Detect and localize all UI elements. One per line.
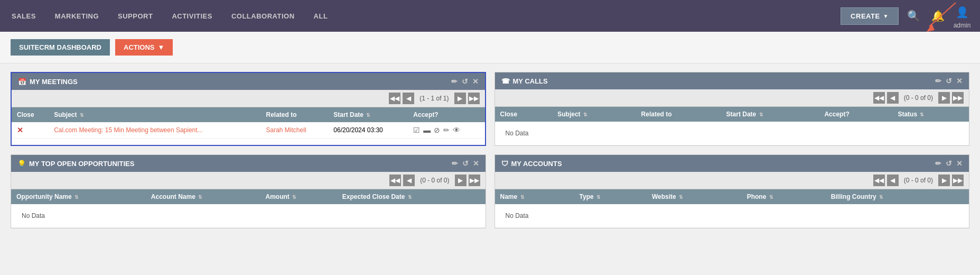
accounts-close-icon[interactable]: ✕ (956, 159, 963, 168)
opp-col-account[interactable]: Account Name ⇅ (146, 189, 260, 204)
calls-last-page-btn[interactable]: ▶▶ (952, 92, 964, 104)
calls-first-page-btn[interactable]: ◀◀ (873, 92, 885, 104)
user-avatar-icon[interactable]: 👤 (953, 3, 972, 22)
calls-pagination-bar: ◀◀ ◀ (0 - 0 of 0) ▶ ▶▶ (495, 89, 969, 107)
meeting-related-link[interactable]: Sarah Mitchell (266, 126, 306, 134)
calls-close-icon[interactable]: ✕ (956, 77, 963, 85)
meetings-first-page-btn[interactable]: ◀◀ (389, 93, 400, 104)
nav-activities[interactable]: ACTIVITIES (169, 8, 216, 24)
dashboard-tab[interactable]: SUITECRM DASHBOARD (11, 39, 110, 56)
meetings-col-related[interactable]: Related to (261, 107, 329, 122)
meetings-prev-page-btn[interactable]: ◀ (403, 93, 414, 104)
actions-arrow: ▼ (158, 43, 165, 51)
meeting-accept-icons: ☑ ▬ ⊘ ✏ 👁 (413, 126, 479, 134)
widget-my-opportunities: 💡 MY TOP OPEN OPPORTUNITIES ✏ ↺ ✕ ◀◀ ◀ (… (11, 154, 486, 228)
meetings-close-icon[interactable]: ✕ (472, 77, 479, 86)
accounts-next-page-btn[interactable]: ▶ (938, 175, 950, 186)
nav-right: CREATE ▼ 🔍 🔔 👤 admin (841, 3, 972, 29)
opportunities-prev-page-btn[interactable]: ◀ (403, 175, 415, 186)
nav-collaboration[interactable]: COLLABORATION (228, 8, 298, 24)
acc-col-phone[interactable]: Phone ⇅ (742, 189, 826, 204)
opportunities-next-page-btn[interactable]: ▶ (455, 175, 466, 186)
calls-col-related: Related to (636, 107, 721, 122)
dashboard-content: 📅 MY MEETINGS ✏ ↺ ✕ ◀◀ ◀ (1 - 1 of 1) ▶ … (0, 63, 980, 237)
calls-refresh-icon[interactable]: ↺ (946, 77, 952, 85)
meeting-row-related: Sarah Mitchell (261, 122, 329, 139)
opportunities-last-page-btn[interactable]: ▶▶ (469, 175, 480, 186)
calls-phone-icon: ☎ (501, 77, 510, 85)
nav-marketing[interactable]: MARKETING (52, 8, 102, 24)
accounts-shield-icon: 🛡 (501, 160, 508, 168)
accounts-first-page-btn[interactable]: ◀◀ (873, 175, 885, 186)
widget-my-opportunities-header: 💡 MY TOP OPEN OPPORTUNITIES ✏ ↺ ✕ (11, 155, 486, 172)
notifications-icon[interactable]: 🔔 (928, 6, 947, 25)
top-nav: SALES MARKETING SUPPORT ACTIVITIES COLLA… (0, 0, 980, 32)
widget-my-opportunities-title-area: 💡 MY TOP OPEN OPPORTUNITIES (17, 160, 447, 168)
accounts-prev-page-btn[interactable]: ◀ (887, 175, 899, 186)
meetings-next-page-btn[interactable]: ▶ (454, 93, 466, 104)
accounts-no-data: No Data (495, 204, 969, 228)
opportunities-no-data: No Data (11, 204, 486, 228)
accept-check-icon[interactable]: ☑ (413, 126, 420, 134)
opp-col-name[interactable]: Opportunity Name ⇅ (11, 189, 146, 204)
accept-minus-icon[interactable]: ▬ (423, 126, 431, 134)
accounts-refresh-icon[interactable]: ↺ (946, 159, 952, 168)
accounts-header-actions: ✏ ↺ ✕ (935, 159, 963, 168)
meetings-header-actions: ✏ ↺ ✕ (451, 77, 479, 86)
accounts-title: MY ACCOUNTS (511, 160, 562, 168)
calls-title: MY CALLS (513, 77, 548, 85)
meeting-view-icon[interactable]: 👁 (453, 126, 460, 134)
nav-all[interactable]: ALL (311, 8, 331, 24)
widget-my-meetings-title-area: 📅 MY MEETINGS (18, 78, 447, 86)
acc-col-website[interactable]: Website ⇅ (647, 189, 742, 204)
acc-col-type[interactable]: Type ⇅ (574, 189, 647, 204)
accounts-edit-icon[interactable]: ✏ (935, 159, 941, 168)
accounts-table: Name ⇅ Type ⇅ Website ⇅ Phone ⇅ Billing … (495, 189, 969, 228)
accounts-last-page-btn[interactable]: ▶▶ (952, 175, 964, 186)
widget-my-meetings-header: 📅 MY MEETINGS ✏ ↺ ✕ (12, 73, 485, 90)
meetings-col-startdate[interactable]: Start Date ⇅ (328, 107, 408, 122)
meetings-title: MY MEETINGS (30, 78, 78, 86)
actions-label: ACTIONS (124, 43, 155, 51)
meetings-col-subject[interactable]: Subject ⇅ (49, 107, 260, 122)
calls-col-accept: Accept? (819, 107, 892, 122)
acc-col-billing[interactable]: Billing Country ⇅ (826, 189, 969, 204)
meeting-subject-link[interactable]: Cal.com Meeting: 15 Min Meeting between … (54, 126, 202, 134)
calls-prev-page-btn[interactable]: ◀ (887, 92, 899, 104)
meetings-col-close: Close (12, 107, 49, 122)
nav-sales[interactable]: SALES (8, 8, 39, 24)
create-button[interactable]: CREATE ▼ (841, 7, 899, 25)
opportunities-edit-icon[interactable]: ✏ (452, 159, 458, 168)
table-row: No Data (11, 204, 486, 228)
opportunities-first-page-btn[interactable]: ◀◀ (389, 175, 401, 186)
widget-my-meetings: 📅 MY MEETINGS ✏ ↺ ✕ ◀◀ ◀ (1 - 1 of 1) ▶ … (11, 72, 486, 146)
accept-cancel-icon[interactable]: ⊘ (434, 126, 440, 134)
meetings-calendar-icon: 📅 (18, 78, 26, 86)
table-row: No Data (495, 204, 969, 228)
actions-button[interactable]: ACTIONS ▼ (115, 39, 173, 56)
calls-col-startdate[interactable]: Start Date ⇅ (721, 107, 819, 122)
calls-col-subject[interactable]: Subject ⇅ (552, 107, 636, 122)
calls-col-status[interactable]: Status ⇅ (892, 107, 969, 122)
nav-support[interactable]: SUPPORT (115, 8, 156, 24)
meetings-pagination-bar: ◀◀ ◀ (1 - 1 of 1) ▶ ▶▶ (12, 90, 485, 107)
meeting-edit-row-icon[interactable]: ✏ (443, 126, 450, 134)
opportunities-header-actions: ✏ ↺ ✕ (452, 159, 479, 168)
admin-label: admin (954, 22, 971, 29)
opportunities-table: Opportunity Name ⇅ Account Name ⇅ Amount… (11, 189, 486, 228)
search-icon[interactable]: 🔍 (904, 6, 923, 25)
meetings-edit-icon[interactable]: ✏ (451, 77, 458, 86)
meeting-row-subject: Cal.com Meeting: 15 Min Meeting between … (49, 122, 260, 139)
meeting-close-btn[interactable]: ✕ (17, 126, 23, 134)
opp-col-closedate[interactable]: Expected Close Date ⇅ (337, 189, 486, 204)
meeting-row-accept: ☑ ▬ ⊘ ✏ 👁 (408, 122, 484, 139)
calls-edit-icon[interactable]: ✏ (935, 77, 941, 85)
opportunities-close-icon[interactable]: ✕ (473, 159, 479, 168)
opp-col-amount[interactable]: Amount ⇅ (260, 189, 337, 204)
meetings-last-page-btn[interactable]: ▶▶ (468, 93, 480, 104)
acc-col-name[interactable]: Name ⇅ (495, 189, 574, 204)
meeting-row-close: ✕ (12, 122, 49, 139)
calls-next-page-btn[interactable]: ▶ (938, 92, 950, 104)
meetings-refresh-icon[interactable]: ↺ (462, 77, 468, 86)
opportunities-refresh-icon[interactable]: ↺ (462, 159, 469, 168)
